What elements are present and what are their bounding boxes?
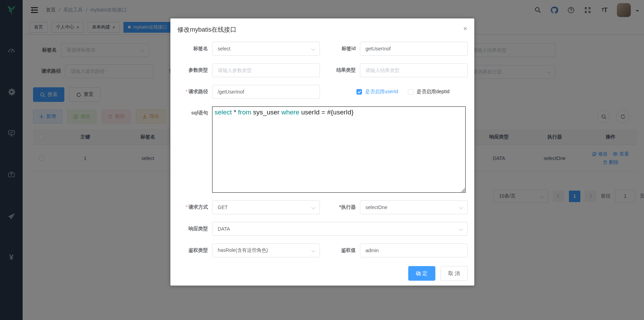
auth-value-input-el[interactable]: [365, 248, 462, 253]
required-mark: *: [186, 204, 187, 210]
dialog-sql-row: sql语句 select * from sys_user where userI…: [170, 106, 468, 193]
sql-keyword: where: [281, 109, 299, 116]
select-value: selectOne: [365, 205, 387, 210]
field-label: *请求路径: [170, 89, 212, 95]
chevron-down-icon: [459, 227, 463, 231]
field-label: *执行器: [320, 204, 360, 210]
path-input-el[interactable]: [218, 89, 314, 95]
dialog-row-5: *请求方式 GET *执行器 selectOne: [170, 200, 468, 214]
select-value: GET: [218, 205, 228, 210]
chevron-down-icon: [311, 47, 315, 50]
confirm-button[interactable]: 确 定: [408, 266, 435, 281]
checkbox-label: 是否启用userId: [365, 89, 398, 95]
dialog-row-1: 标签名 select 标签id: [170, 42, 468, 56]
result-type-input-el[interactable]: [365, 67, 462, 73]
field-label: 参数类型: [170, 67, 212, 73]
dialog-path-input[interactable]: [212, 85, 320, 99]
dialog-tag-name-select[interactable]: select: [212, 42, 320, 56]
field-label: 鉴权值: [320, 247, 360, 254]
chevron-down-icon: [311, 205, 315, 209]
field-label: 标签名: [170, 46, 212, 52]
resize-handle[interactable]: [461, 188, 465, 192]
sql-editor[interactable]: select * from sys_user where userId = #{…: [212, 106, 466, 193]
field-label: 标签id: [320, 46, 360, 52]
dialog-body: 标签名 select 标签id 参数类型 结果类型 *请求路径: [170, 37, 474, 257]
select-value: DATA: [218, 226, 230, 232]
field-label: sql语句: [170, 110, 212, 116]
required-mark: *: [186, 89, 187, 94]
field-label: *请求方式: [170, 204, 212, 210]
dialog-row-2: 参数类型 结果类型: [170, 63, 468, 77]
checkbox-unchecked-icon[interactable]: [408, 89, 413, 95]
dialog-result-type-input[interactable]: [360, 63, 468, 77]
dialog-auth-value-input[interactable]: [360, 243, 468, 257]
enable-userid-checkbox[interactable]: 是否启用userId: [356, 89, 398, 95]
sql-text: userId = #{userId}: [299, 109, 354, 116]
field-label: 结果类型: [320, 67, 360, 73]
dialog-method-select[interactable]: GET: [212, 200, 320, 214]
sql-text: *: [232, 109, 238, 116]
dialog-footer: 确 定 取 消: [170, 265, 474, 286]
tag-id-input-el[interactable]: [365, 46, 462, 51]
sql-keyword: from: [238, 109, 251, 116]
field-label: 响应类型: [170, 226, 212, 232]
field-label: 鉴权类型: [170, 247, 212, 254]
dialog-row-3: *请求路径 是否启用userId 是否启用deptId: [170, 85, 468, 99]
dialog-row-7: 鉴权类型 hasRole(含有这些角色) 鉴权值: [170, 243, 468, 257]
chevron-down-icon: [311, 248, 315, 252]
dialog-row-6: 响应类型 DATA: [170, 222, 468, 236]
dialog-close-icon[interactable]: ×: [463, 25, 467, 32]
dialog-executor-select[interactable]: selectOne: [360, 200, 468, 214]
dialog-header: 修改mybatis在线接口 ×: [170, 18, 474, 37]
select-value: select: [218, 46, 231, 51]
cancel-button[interactable]: 取 消: [441, 266, 468, 281]
chevron-down-icon: [459, 205, 463, 209]
sql-keyword: select: [215, 109, 232, 116]
checkbox-label: 是否启用deptId: [417, 89, 450, 95]
dialog-response-type-select[interactable]: DATA: [212, 222, 468, 236]
dialog-tag-id-input[interactable]: [360, 42, 468, 56]
edit-mybatis-dialog: 修改mybatis在线接口 × 标签名 select 标签id 参数类型 结果类…: [170, 18, 474, 286]
checkbox-checked-icon[interactable]: [356, 89, 362, 95]
dialog-title: 修改mybatis在线接口: [177, 26, 236, 33]
select-value: hasRole(含有这些角色): [218, 247, 268, 254]
sql-text: sys_user: [251, 109, 282, 116]
dialog-auth-type-select[interactable]: hasRole(含有这些角色): [212, 243, 320, 257]
param-type-input-el[interactable]: [218, 67, 314, 73]
enable-deptid-checkbox[interactable]: 是否启用deptId: [408, 89, 450, 95]
dialog-param-type-input[interactable]: [212, 63, 320, 77]
